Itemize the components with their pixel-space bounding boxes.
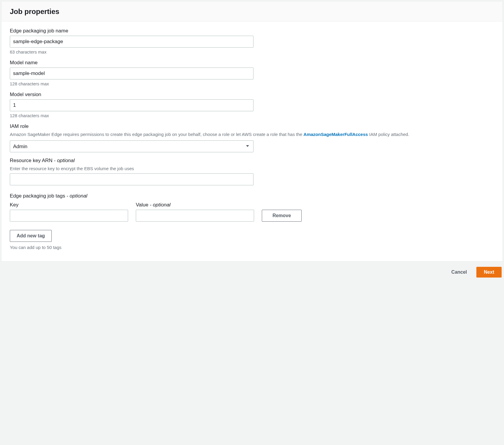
iam-role-select-wrap: Admin <box>10 140 253 152</box>
model-name-field: Model name 128 characters max <box>10 60 494 86</box>
tag-value-optional: - optional <box>150 202 171 208</box>
tag-key-col: Key <box>10 202 128 222</box>
resource-key-field: Resource key ARN - optional Enter the re… <box>10 158 494 185</box>
resource-key-optional: - optional <box>54 158 75 163</box>
tags-section-label: Edge packaging job tags - optional <box>10 193 494 199</box>
iam-role-desc-prefix: Amazon SageMaker Edge requires permissio… <box>10 132 303 137</box>
tag-value-input[interactable] <box>136 210 254 222</box>
tags-hint: You can add up to 50 tags <box>10 245 494 250</box>
tag-value-col: Value - optional <box>136 202 254 222</box>
iam-role-label: IAM role <box>10 123 494 129</box>
tag-key-label: Key <box>10 202 128 208</box>
tags-label-text: Edge packaging job tags <box>10 193 65 199</box>
job-name-input[interactable] <box>10 36 253 48</box>
iam-role-description: Amazon SageMaker Edge requires permissio… <box>10 131 494 137</box>
panel-header: Job properties <box>1 1 503 21</box>
resource-key-label: Resource key ARN - optional <box>10 158 494 164</box>
iam-role-desc-suffix: IAM policy attached. <box>368 132 409 137</box>
iam-policy-link[interactable]: AmazonSageMakerFullAccess <box>303 132 368 137</box>
tag-value-label: Value - optional <box>136 202 254 208</box>
model-name-input[interactable] <box>10 68 253 79</box>
tags-optional: - optional <box>67 193 87 199</box>
model-name-hint: 128 characters max <box>10 81 494 86</box>
remove-tag-button[interactable]: Remove <box>262 210 302 222</box>
model-version-input[interactable] <box>10 99 253 111</box>
panel-body: Edge packaging job name 63 characters ma… <box>1 21 503 261</box>
footer: Cancel Next <box>1 261 503 280</box>
panel-title: Job properties <box>10 7 494 16</box>
iam-role-field: IAM role Amazon SageMaker Edge requires … <box>10 123 494 152</box>
job-name-hint: 63 characters max <box>10 49 494 54</box>
model-version-hint: 128 characters max <box>10 113 494 118</box>
resource-key-desc: Enter the resource key to encrypt the EB… <box>10 165 494 172</box>
model-version-label: Model version <box>10 92 494 98</box>
job-name-label: Edge packaging job name <box>10 28 494 34</box>
cancel-button[interactable]: Cancel <box>448 267 470 277</box>
tag-key-input[interactable] <box>10 210 128 222</box>
job-name-field: Edge packaging job name 63 characters ma… <box>10 28 494 54</box>
tag-value-label-text: Value <box>136 202 148 208</box>
add-new-tag-button[interactable]: Add new tag <box>10 230 52 242</box>
resource-key-label-text: Resource key ARN <box>10 158 53 163</box>
model-name-label: Model name <box>10 60 494 66</box>
resource-key-input[interactable] <box>10 173 253 185</box>
model-version-field: Model version 128 characters max <box>10 92 494 118</box>
next-button[interactable]: Next <box>476 267 502 278</box>
iam-role-select[interactable]: Admin <box>10 140 253 152</box>
job-properties-panel: Job properties Edge packaging job name 6… <box>1 1 503 261</box>
tag-remove-col: Remove <box>262 210 302 222</box>
tag-row: Key Value - optional Remove <box>10 202 494 222</box>
tags-section: Edge packaging job tags - optional Key V… <box>10 193 494 250</box>
